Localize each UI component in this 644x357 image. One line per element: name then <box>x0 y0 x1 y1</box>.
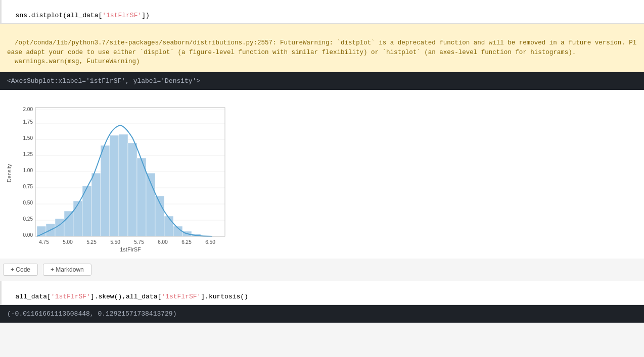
code-text-2: all_data['1stFlrSF'].skew(),all_data['1s… <box>16 293 248 300</box>
warning-output: /opt/conda/lib/python3.7/site-packages/s… <box>0 24 644 72</box>
svg-text:6.50: 6.50 <box>205 239 215 245</box>
svg-rect-38 <box>119 134 128 236</box>
svg-text:5.00: 5.00 <box>63 239 73 245</box>
svg-text:1.75: 1.75 <box>23 119 33 125</box>
svg-text:4.75: 4.75 <box>39 239 49 245</box>
svg-text:5.25: 5.25 <box>86 239 97 245</box>
axes-output: <AxesSubplot:xlabel='1stFlrSF', ylabel='… <box>0 72 644 90</box>
svg-text:1.50: 1.50 <box>23 135 33 141</box>
svg-text:5.75: 5.75 <box>134 239 144 245</box>
svg-text:0.50: 0.50 <box>23 200 33 206</box>
add-code-button[interactable]: + Code <box>3 264 38 276</box>
distribution-chart: Density 0.00 0.25 0.50 0.75 1.00 1.25 1.… <box>5 100 238 251</box>
svg-rect-39 <box>128 143 137 236</box>
result-output: (-0.01161661113608448, 0.129215717384137… <box>0 305 644 323</box>
svg-rect-32 <box>64 211 73 236</box>
svg-text:1stFlrSF: 1stFlrSF <box>120 246 141 251</box>
svg-text:0.75: 0.75 <box>23 184 33 189</box>
svg-text:5.50: 5.50 <box>110 239 120 245</box>
code-cell-1: sns.distplot(all_data['1stFlrSF']) <box>0 0 644 23</box>
svg-rect-35 <box>91 173 101 236</box>
chart-area: Density 0.00 0.25 0.50 0.75 1.00 1.25 1.… <box>0 90 644 259</box>
svg-rect-36 <box>101 145 110 236</box>
svg-text:2.00: 2.00 <box>23 107 33 112</box>
result-text: (-0.01161661113608448, 0.129215717384137… <box>7 310 176 318</box>
svg-rect-33 <box>73 201 82 236</box>
svg-rect-37 <box>110 135 119 236</box>
warning-text: /opt/conda/lib/python3.7/site-packages/s… <box>7 39 636 66</box>
add-cell-bar: + Code + Markdown <box>0 259 644 281</box>
svg-text:1.00: 1.00 <box>23 168 33 173</box>
axes-text: <AxesSubplot:xlabel='1stFlrSF', ylabel='… <box>7 77 200 85</box>
svg-text:6.00: 6.00 <box>158 239 168 245</box>
svg-text:6.25: 6.25 <box>181 239 192 245</box>
code-text-1: sns.distplot(all_data['1stFlrSF']) <box>16 12 150 19</box>
add-markdown-button[interactable]: + Markdown <box>43 264 91 276</box>
svg-text:0.25: 0.25 <box>23 216 33 222</box>
svg-rect-43 <box>164 216 173 236</box>
svg-text:Density: Density <box>6 164 12 182</box>
svg-text:1.25: 1.25 <box>23 151 33 157</box>
code-cell-2: all_data['1stFlrSF'].skew(),all_data['1s… <box>0 281 644 304</box>
svg-text:0.00: 0.00 <box>23 232 33 238</box>
